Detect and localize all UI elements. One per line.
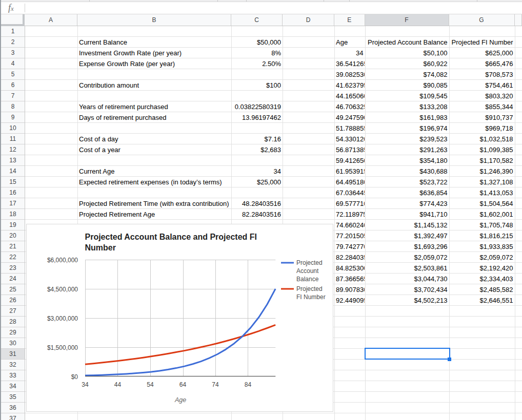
svg-text:$1,500,000: $1,500,000: [47, 344, 77, 351]
svg-text:$6,000,000: $6,000,000: [47, 257, 77, 264]
svg-text:44: 44: [114, 381, 121, 388]
svg-text:$3,000,000: $3,000,000: [47, 315, 77, 322]
svg-text:54: 54: [147, 381, 154, 388]
svg-text:34: 34: [82, 381, 89, 388]
svg-text:Balance: Balance: [296, 276, 319, 283]
svg-text:Projected: Projected: [296, 285, 323, 292]
svg-text:$0: $0: [71, 373, 78, 381]
svg-text:64: 64: [179, 381, 186, 388]
svg-text:84: 84: [244, 381, 251, 388]
svg-text:FI Number: FI Number: [296, 293, 326, 301]
svg-text:$4,500,000: $4,500,000: [47, 286, 77, 293]
svg-text:74: 74: [212, 381, 219, 388]
svg-text:Projected: Projected: [296, 259, 323, 266]
svg-text:Age: Age: [174, 396, 186, 404]
svg-text:Account: Account: [296, 267, 319, 275]
